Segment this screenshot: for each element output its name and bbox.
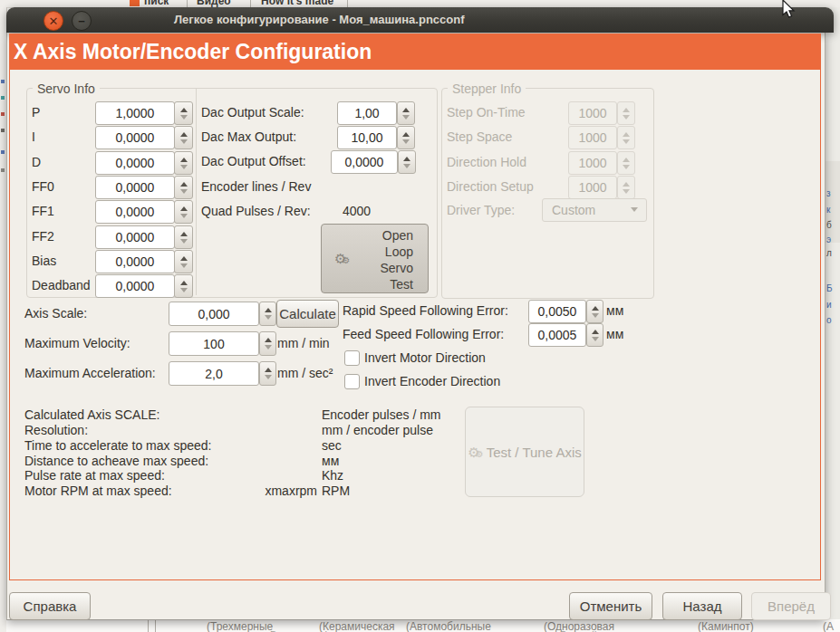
p-input[interactable]: 1,0000	[95, 101, 175, 125]
window-titlebar[interactable]: ✕ − Легкое конфигурирование - Моя_машина…	[6, 7, 834, 33]
dac-output-scale-spinner[interactable]	[397, 101, 415, 125]
direction-hold-input: 1000	[568, 151, 617, 175]
stepper-info-frame-label: Stepper Info	[448, 81, 526, 96]
d-label: D	[32, 151, 41, 173]
page-title: X Axis Motor/Encoder Configuration	[14, 40, 372, 64]
spin-down-icon	[180, 239, 188, 244]
p-spinner[interactable]	[174, 101, 193, 125]
axis-scale-input[interactable]: 0,000	[169, 302, 259, 326]
d-input[interactable]: 0,0000	[95, 151, 175, 175]
spin-up-icon	[265, 368, 272, 372]
spin-down-icon	[180, 288, 188, 292]
step-on-time-input: 1000	[568, 101, 617, 125]
invert-motor-checkbox[interactable]	[344, 350, 360, 366]
spin-down-icon	[592, 313, 599, 318]
time-to-accelerate-value	[254, 437, 317, 453]
bias-spinner[interactable]	[174, 250, 193, 273]
close-icon[interactable]: ✕	[43, 11, 63, 31]
background-block	[824, 161, 840, 243]
spin-up-icon	[180, 108, 188, 112]
background-tab: писк	[144, 0, 169, 7]
driver-type-dropdown: Custom	[542, 198, 647, 222]
maximum-velocity-spinner[interactable]	[259, 331, 276, 356]
calculate-button[interactable]: Calculate	[276, 300, 339, 328]
ff2-spinner[interactable]	[174, 225, 193, 249]
open-loop-servo-test-button[interactable]: ⚙⚙ Open Loop Servo Test	[321, 224, 429, 293]
distance-to-max-speed-label: Distance to acheave max speed:	[24, 453, 208, 468]
quad-pulses-value: 4000	[343, 200, 371, 222]
dac-output-offset-input[interactable]: 0,0000	[331, 150, 398, 174]
ff1-spinner[interactable]	[174, 200, 193, 224]
rapid-following-error-input[interactable]: 0,0050	[528, 300, 586, 323]
pulse-rate-label: Pulse rate at max speed:	[24, 467, 165, 483]
back-button[interactable]: Назад	[662, 592, 742, 620]
background-text-fragment: э	[826, 235, 831, 244]
maximum-velocity-input[interactable]: 100	[169, 331, 259, 356]
rapid-following-error-spinner[interactable]	[586, 300, 603, 323]
d-spinner[interactable]	[174, 151, 193, 175]
spin-down-icon	[180, 115, 188, 120]
driver-type-value: Custom	[552, 203, 595, 217]
spin-up-icon	[265, 338, 272, 342]
step-on-time-label: Step On-Time	[447, 101, 526, 123]
acceleration-unit-label: mm / sec²	[277, 362, 333, 384]
motor-rpm-label: Motor RPM at max speed:	[24, 483, 172, 498]
ff0-input[interactable]: 0,0000	[95, 176, 175, 199]
rapid-following-error-label: Rapid Speed Following Error:	[343, 300, 508, 321]
forward-button: Вперёд	[751, 592, 831, 620]
direction-hold-label: Direction Hold	[447, 151, 526, 173]
maximum-acceleration-spinner[interactable]	[259, 361, 276, 386]
time-to-accelerate-label: Time to accelerate to max speed:	[24, 437, 211, 453]
ff2-input[interactable]: 0,0000	[95, 225, 175, 249]
distance-to-max-speed-value	[254, 453, 317, 468]
background-text-fragment: к	[826, 205, 830, 215]
spin-down-icon	[403, 164, 410, 168]
deadband-input[interactable]: 0,0000	[95, 274, 175, 298]
feed-following-error-input[interactable]: 0,0005	[528, 323, 586, 347]
feed-following-error-spinner[interactable]	[586, 323, 603, 347]
background-link: (Трехмерные	[207, 620, 273, 632]
rapid-following-error-unit: мм	[606, 300, 623, 321]
ff1-input[interactable]: 0,0000	[95, 200, 175, 224]
spin-up-icon	[623, 182, 630, 187]
ff2-label: FF2	[32, 225, 54, 247]
window-title: Легкое конфигурирование - Моя_машина.pnc…	[174, 13, 465, 26]
i-spinner[interactable]	[174, 126, 193, 149]
p-label: P	[32, 101, 40, 123]
gears-icon: ⚙⚙	[468, 445, 483, 459]
resolution-value	[254, 422, 317, 437]
background-page-right-strip: з к б э л Б и о	[824, 7, 840, 632]
dac-max-output-input[interactable]: 10,00	[337, 126, 397, 149]
spin-up-icon	[623, 108, 630, 112]
mouse-cursor	[781, 0, 799, 20]
deadband-spinner[interactable]	[174, 274, 193, 298]
spin-down-icon	[180, 214, 188, 218]
minimize-icon[interactable]: −	[72, 11, 92, 31]
spin-down-icon	[180, 139, 188, 144]
ff0-label: FF0	[32, 176, 54, 197]
dac-output-offset-spinner[interactable]	[398, 150, 416, 174]
test-tune-axis-label: Test / Tune Axis	[487, 445, 582, 460]
step-space-spinner	[617, 126, 635, 149]
invert-encoder-checkbox[interactable]	[344, 374, 360, 389]
motor-rpm-value: xmaxrpm	[254, 483, 317, 498]
servo-info-frame-label: Servo Info	[33, 81, 100, 96]
background-icon-fragment	[1, 168, 5, 172]
calc-axis-scale-value	[254, 407, 317, 422]
ff0-spinner[interactable]	[174, 176, 193, 199]
background-text-fragment: л	[826, 248, 832, 258]
i-input[interactable]: 0,0000	[95, 126, 175, 149]
pulse-rate-unit: Khz	[322, 467, 343, 483]
spin-down-icon	[265, 345, 272, 350]
bias-input[interactable]: 0,0000	[95, 250, 175, 273]
help-button[interactable]: Справка	[9, 592, 91, 620]
spin-down-icon	[180, 189, 188, 194]
encoder-lines-label: Encoder lines / Rev	[201, 176, 311, 197]
dac-max-output-spinner[interactable]	[397, 126, 415, 149]
axis-scale-spinner[interactable]	[259, 302, 276, 326]
background-link: (Каминпот)	[698, 620, 754, 632]
background-link: (Керамическая	[319, 620, 395, 632]
dac-output-scale-input[interactable]: 1,00	[337, 101, 397, 125]
cancel-button[interactable]: Отменить	[569, 592, 652, 620]
maximum-acceleration-input[interactable]: 2,0	[169, 361, 259, 386]
